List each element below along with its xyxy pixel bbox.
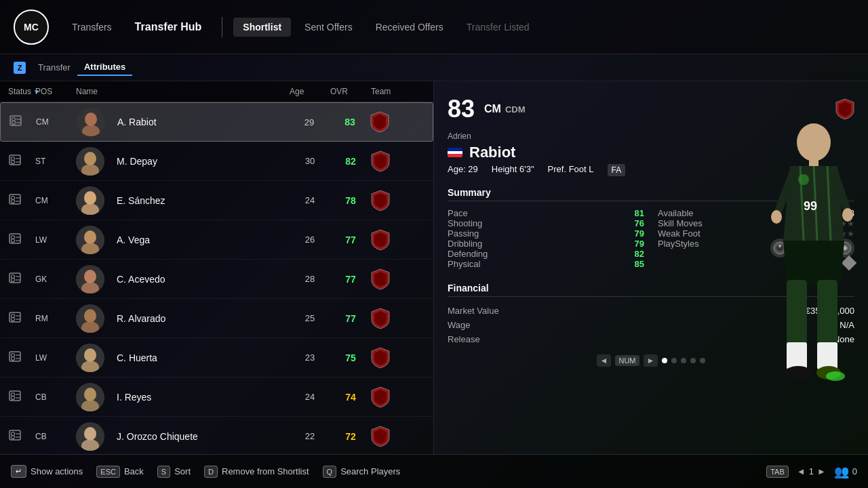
player-row[interactable]: LW A. Vega 26 77	[0, 220, 433, 260]
remove-shortlist-button[interactable]: D Remove from Shortlist	[204, 466, 309, 478]
pagination-next[interactable]: ►	[644, 354, 658, 367]
dot-3	[681, 358, 686, 363]
player-pos: CM	[36, 117, 77, 127]
svg-point-57	[12, 392, 15, 396]
player-name: C. Acevedo	[117, 274, 290, 285]
player-row[interactable]: LW C. Huerta 23 75	[0, 338, 433, 378]
player-name: C. Huerta	[117, 352, 290, 363]
svg-point-6	[85, 113, 97, 126]
sort-button[interactable]: S Sort	[157, 466, 191, 478]
player-row[interactable]: CM E. Sánchez 24 78	[0, 181, 433, 220]
player-name: M. Depay	[117, 156, 290, 167]
svg-point-87	[785, 366, 812, 380]
tab-key: TAB	[766, 466, 789, 478]
svg-point-22	[84, 191, 96, 205]
svg-point-51	[12, 357, 15, 360]
player-age: 22	[290, 431, 330, 441]
player-name: R. Alvarado	[117, 313, 290, 324]
player-avatar	[76, 265, 104, 293]
player-rating: 83	[448, 95, 475, 123]
app-logo: MC	[14, 9, 49, 45]
player-age: 24	[290, 195, 330, 205]
svg-point-67	[12, 435, 15, 439]
nav-sent-offers[interactable]: Sent Offers	[295, 18, 362, 37]
svg-rect-16	[9, 195, 20, 204]
team-badge	[371, 150, 390, 172]
subnav-transfer[interactable]: Transfer	[31, 60, 77, 75]
player-surname: Rabiot	[469, 144, 515, 161]
player-pos: CB	[35, 392, 76, 402]
top-navigation: MC Transfers Transfer Hub Shortlist Sent…	[0, 0, 868, 54]
team-badge	[371, 347, 390, 369]
team-badge	[371, 386, 390, 408]
svg-rect-64	[9, 430, 20, 440]
player-ovr: 77	[330, 235, 371, 245]
svg-point-41	[12, 314, 15, 317]
stat-shooting: Shooting 76	[448, 218, 644, 228]
player-name: A. Rabiot	[117, 117, 289, 127]
player-row[interactable]: CB I. Reyes 24 74	[0, 378, 433, 417]
secondary-position: CDM	[505, 104, 526, 115]
svg-point-33	[12, 274, 15, 278]
subnav-attributes[interactable]: Attributes	[77, 59, 132, 76]
pagination-prev[interactable]: ◄	[597, 354, 612, 367]
dot-5	[700, 358, 705, 363]
player-ovr: 72	[330, 431, 371, 442]
player-name: E. Sánchez	[117, 195, 290, 206]
svg-point-11	[12, 160, 15, 163]
sub-navigation: Z Transfer Attributes	[0, 54, 868, 81]
search-players-button[interactable]: Q Search Players	[323, 466, 401, 478]
nav-transfer-hub[interactable]: Transfer Hub	[125, 17, 212, 37]
nav-transfer-listed[interactable]: Transfer Listed	[457, 18, 539, 37]
svg-point-62	[84, 388, 96, 401]
svg-rect-24	[9, 234, 20, 243]
svg-rect-8	[9, 155, 20, 165]
nav-shortlist[interactable]: Shortlist	[233, 18, 291, 37]
player-avatar	[76, 226, 104, 254]
scout-icon	[8, 271, 35, 287]
player-avatar	[76, 422, 104, 451]
dot-1	[662, 358, 667, 363]
scout-icon	[8, 153, 35, 169]
header-name: Name	[76, 87, 290, 96]
player-row[interactable]: RM R. Alvarado 25 77	[0, 299, 433, 338]
svg-point-38	[84, 270, 96, 283]
stat-physical: Physical 85	[448, 259, 644, 269]
nav-links: Transfers Transfer Hub Shortlist Sent Of…	[62, 17, 539, 37]
player-row[interactable]: ST M. Depay 30 82	[0, 142, 433, 181]
subnav-badge: Z	[14, 62, 26, 74]
svg-rect-48	[9, 352, 20, 361]
back-button[interactable]: ESC Back	[96, 466, 144, 478]
stat-pace: Pace 81	[448, 208, 644, 218]
player-row[interactable]: CB J. Orozco Chiquete 22 72	[0, 417, 433, 454]
nav-received-offers[interactable]: Received Offers	[366, 18, 453, 37]
svg-rect-86	[817, 342, 837, 369]
svg-point-17	[12, 196, 15, 199]
team-badge	[371, 268, 390, 290]
nav-arrows[interactable]: ◄ 1 ►	[797, 466, 826, 476]
player-row[interactable]: CM A. Rabiot 29 83	[0, 102, 433, 142]
team-badge	[371, 229, 390, 251]
dot-4	[690, 358, 696, 363]
table-header: Status ▼ POS Name Age OVR Team	[0, 81, 433, 102]
svg-point-59	[12, 396, 15, 399]
scout-icon	[9, 114, 36, 130]
players-count: 👥 0	[834, 464, 857, 479]
tab-hud: TAB	[766, 466, 789, 478]
team-badge	[371, 308, 390, 329]
player-row[interactable]: GK C. Acevedo 28 77	[0, 260, 433, 299]
team-badge	[371, 426, 390, 447]
header-ovr: OVR	[330, 87, 371, 96]
player-avatar	[76, 304, 104, 333]
svg-point-70	[84, 427, 96, 441]
stats-left: Pace 81 Shooting 76 Passing 79 Dribbling…	[448, 208, 644, 269]
nav-transfers[interactable]: Transfers	[62, 18, 121, 37]
header-pos: POS	[35, 87, 76, 96]
dot-2	[671, 358, 677, 363]
player-positions: CM CDM	[484, 103, 526, 115]
search-key: Q	[323, 466, 337, 478]
svg-point-1	[12, 118, 16, 121]
show-actions-button[interactable]: ↵ Show actions	[11, 465, 83, 478]
num-badge: NUM	[615, 355, 639, 366]
players-icon: 👥	[834, 464, 849, 479]
